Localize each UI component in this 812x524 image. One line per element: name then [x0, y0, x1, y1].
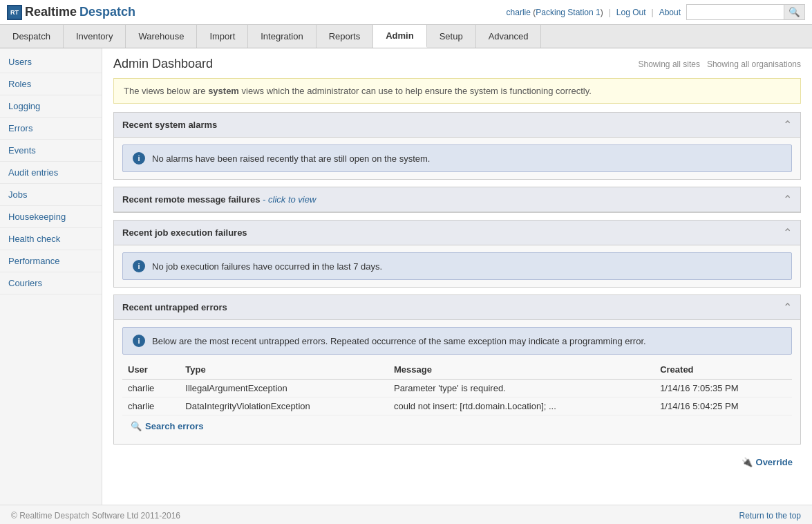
override-icon: 🔌 [742, 457, 753, 467]
about-link[interactable]: About [659, 8, 681, 17]
error-created-1: 1/14/16 7:05:35 PM [654, 380, 792, 397]
layout: Users Roles Logging Errors Events Audit … [0, 48, 812, 505]
col-message: Message [388, 360, 654, 380]
section-job-execution: Recent job execution failures i No job e… [113, 220, 801, 288]
error-user-2: charlie [122, 397, 180, 415]
logo-text-despatch: Despatch [79, 5, 135, 19]
info-icon-errors: i [133, 335, 145, 347]
logo-icon: RT [7, 5, 22, 20]
error-message-2: could not insert: [rtd.domain.Location];… [388, 397, 654, 415]
error-type-2: DataIntegrityViolationException [180, 397, 388, 415]
error-type-1: IllegalArgumentException [180, 380, 388, 397]
sidebar-item-performance[interactable]: Performance [0, 250, 102, 272]
col-type: Type [180, 360, 388, 380]
tab-admin[interactable]: Admin [373, 25, 426, 48]
showing-orgs-link[interactable]: Showing all organisations [707, 59, 801, 69]
alarms-message: No alarms have been raised recently that… [152, 153, 431, 164]
jobs-message: No job execution failures have occurred … [152, 261, 382, 272]
collapse-jobs-icon[interactable] [783, 226, 792, 239]
sidebar-item-logging[interactable]: Logging [0, 95, 102, 118]
error-message-1: Parameter 'type' is required. [388, 380, 654, 397]
collapse-alarms-icon[interactable] [783, 118, 792, 131]
showing-sites-link[interactable]: Showing all sites [639, 59, 700, 69]
errors-info-box: i Below are the most recent untrapped er… [122, 327, 792, 355]
tab-import[interactable]: Import [197, 25, 248, 48]
sidebar-item-users[interactable]: Users [0, 51, 102, 73]
info-banner: The views below are system views which t… [113, 78, 801, 104]
station-link[interactable]: Packing Station 1 [536, 8, 600, 17]
search-errors-link[interactable]: 🔍 Search errors [122, 415, 792, 437]
tab-integration[interactable]: Integration [248, 25, 316, 48]
override-label: Override [756, 457, 793, 467]
collapse-remote-icon[interactable] [783, 193, 792, 206]
collapse-errors-icon[interactable] [783, 301, 792, 314]
table-row: charlie IllegalArgumentException Paramet… [122, 380, 792, 397]
dashboard-links: Showing all sites Showing all organisati… [639, 59, 801, 69]
section-header-alarms: Recent system alarms [114, 113, 800, 138]
info-banner-bold: system [208, 86, 239, 96]
search-button[interactable]: 🔍 [784, 5, 804, 19]
section-recent-alarms: Recent system alarms i No alarms have be… [113, 112, 801, 180]
sidebar-item-errors[interactable]: Errors [0, 118, 102, 140]
logout-link[interactable]: Log Out [616, 8, 646, 17]
remote-click-link[interactable]: - click to view [263, 194, 316, 205]
sidebar-item-housekeeping[interactable]: Housekeeping [0, 206, 102, 228]
search-input[interactable] [687, 6, 784, 19]
footer: © Realtime Despatch Software Ltd 2011-20… [0, 505, 812, 524]
section-header-jobs: Recent job execution failures [114, 221, 800, 245]
section-title-errors: Recent untrapped errors [122, 302, 227, 312]
tab-reports[interactable]: Reports [317, 25, 374, 48]
section-header-remote[interactable]: Recent remote message failures - click t… [114, 187, 800, 212]
sidebar-item-events[interactable]: Events [0, 140, 102, 162]
remote-title-text: Recent remote message failures [122, 194, 260, 205]
alarms-info-box: i No alarms have been raised recently th… [122, 144, 792, 172]
sidebar-item-health-check[interactable]: Health check [0, 228, 102, 250]
info-icon-alarms: i [133, 152, 145, 165]
logo: RT RealtimeDespatch [7, 5, 135, 20]
error-created-2: 1/14/16 5:04:25 PM [654, 397, 792, 415]
sidebar-item-couriers[interactable]: Couriers [0, 272, 102, 294]
logo-text-realtime: Realtime [25, 5, 77, 19]
jobs-info-box: i No job execution failures have occurre… [122, 252, 792, 280]
return-to-top-link[interactable]: Return to the top [739, 511, 801, 521]
col-created: Created [654, 360, 792, 380]
username: charlie (Packing Station 1) [507, 8, 603, 17]
info-icon-jobs: i [133, 260, 145, 272]
header: RT RealtimeDespatch charlie (Packing Sta… [0, 0, 812, 25]
username-link[interactable]: charlie [507, 8, 531, 17]
override-section: 🔌 Override [113, 451, 801, 473]
error-user-1: charlie [122, 380, 180, 397]
search-errors-label: Search errors [145, 421, 204, 431]
section-header-errors: Recent untrapped errors [114, 295, 800, 320]
tab-warehouse[interactable]: Warehouse [126, 25, 197, 48]
search-icon: 🔍 [131, 421, 142, 431]
tab-inventory[interactable]: Inventory [64, 25, 126, 48]
override-button[interactable]: 🔌 Override [742, 457, 793, 467]
header-right: charlie (Packing Station 1) | Log Out | … [507, 4, 805, 20]
sidebar-item-audit-entries[interactable]: Audit entries [0, 162, 102, 184]
table-row: charlie DataIntegrityViolationException … [122, 397, 792, 415]
col-user: User [122, 360, 180, 380]
dashboard-header: Admin Dashboard Showing all sites Showin… [113, 57, 801, 71]
section-body-errors: i Below are the most recent untrapped er… [114, 320, 800, 444]
section-untrapped-errors: Recent untrapped errors i Below are the … [113, 294, 801, 445]
tab-setup[interactable]: Setup [427, 25, 476, 48]
section-title-jobs: Recent job execution failures [122, 227, 247, 238]
errors-table: User Type Message Created charlie Illega… [122, 360, 792, 415]
page-title: Admin Dashboard [113, 57, 213, 71]
copyright: © Realtime Despatch Software Ltd 2011-20… [11, 511, 180, 521]
tab-advanced[interactable]: Advanced [476, 25, 542, 48]
sidebar-item-jobs[interactable]: Jobs [0, 184, 102, 206]
main-content: Admin Dashboard Showing all sites Showin… [102, 48, 812, 505]
section-body-alarms: i No alarms have been raised recently th… [114, 138, 800, 179]
nav-bar: Despatch Inventory Warehouse Import Inte… [0, 25, 812, 48]
section-title-remote: Recent remote message failures - click t… [122, 194, 316, 205]
errors-info-message: Below are the most recent untrapped erro… [152, 336, 646, 346]
section-remote-message: Recent remote message failures - click t… [113, 187, 801, 213]
tab-despatch[interactable]: Despatch [0, 25, 64, 48]
section-title-alarms: Recent system alarms [122, 120, 217, 130]
sidebar: Users Roles Logging Errors Events Audit … [0, 48, 102, 505]
sidebar-item-roles[interactable]: Roles [0, 73, 102, 95]
section-body-jobs: i No job execution failures have occurre… [114, 245, 800, 287]
search-box: 🔍 [686, 4, 805, 20]
